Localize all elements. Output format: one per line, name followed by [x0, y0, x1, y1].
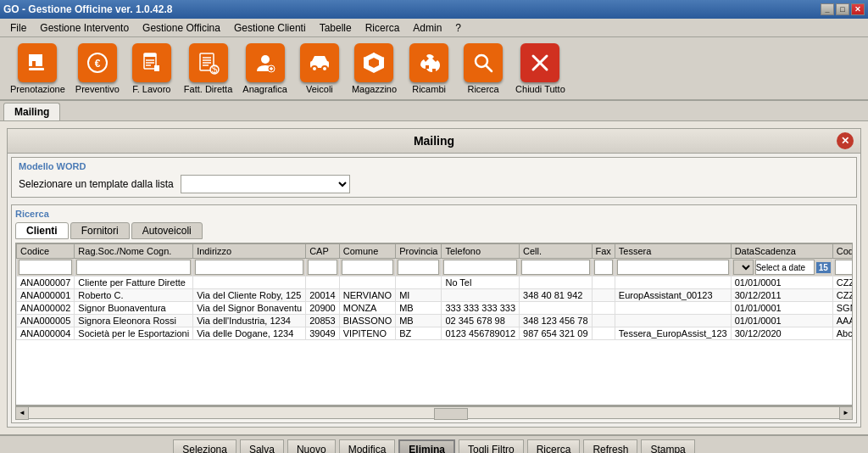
cell-datascadenza: 01/01/0001 [731, 315, 832, 327]
menu-gestione-intervento[interactable]: Gestione Intervento [33, 20, 136, 36]
date-filter-select[interactable] [733, 260, 754, 275]
scroll-left-btn[interactable]: ◄ [15, 406, 29, 420]
table-row[interactable]: ANA000001 Roberto C. Via del Cliente Rob… [17, 289, 854, 302]
scroll-track[interactable] [29, 406, 839, 419]
col-tessera: Tessera [615, 244, 731, 259]
cell-cap [306, 277, 340, 289]
cell-cell [520, 302, 592, 315]
filter-cap-input[interactable] [308, 260, 337, 275]
modello-select-label: Selezionare un template dalla lista [19, 178, 174, 190]
nuovo-button[interactable]: Nuovo [287, 439, 336, 453]
toolbar-ricerca[interactable]: Ricerca [458, 42, 509, 96]
mailing-close-btn[interactable]: ✕ [837, 132, 854, 149]
toolbar-prenotazione[interactable]: Prenotazione [7, 42, 69, 96]
svg-point-19 [261, 55, 270, 64]
content-area: Mailing ✕ Modello WORD Selezionare un te… [0, 121, 868, 434]
scroll-right-btn[interactable]: ► [839, 406, 853, 420]
menu-gestione-officina[interactable]: Gestione Officina [136, 20, 227, 36]
cell-ragsoc: Società per le Esportazioni [75, 327, 193, 340]
menu-file[interactable]: File [3, 20, 33, 36]
ricerca-button[interactable]: Ricerca [527, 439, 581, 453]
cell-ragsoc: Signor Buonaventura [75, 302, 193, 315]
menu-gestione-clienti[interactable]: Gestione Clienti [227, 20, 313, 36]
elimina-button[interactable]: Elimina [398, 439, 455, 453]
toolbar-anagrafica[interactable]: Anagrafica [239, 42, 291, 96]
cell-fax [592, 289, 615, 302]
cell-codice-extra: AAABB [832, 315, 853, 327]
toolbar-magazzino[interactable]: Magazzino [348, 42, 400, 96]
table-row[interactable]: ANA000005 Signora Eleonora Rossi Via del… [17, 315, 854, 327]
horizontal-scrollbar[interactable]: ◄ ► [15, 405, 853, 419]
togli-filtro-button[interactable]: Togli Filtro [459, 439, 524, 453]
cell-telefono [442, 289, 520, 302]
template-select[interactable] [181, 175, 350, 193]
toolbar-fatt-diretta[interactable]: $ Fatt. Diretta [181, 42, 236, 96]
title-bar-controls: _ □ ✕ [821, 3, 865, 15]
svg-line-33 [486, 65, 492, 71]
cell-indirizzo: Via delle Dogane, 1234 [193, 327, 306, 340]
filter-codice-input[interactable] [19, 260, 72, 275]
cell-cell: 348 123 456 78 [520, 315, 592, 327]
table-row[interactable]: ANA000004 Società per le Esportazioni Vi… [17, 327, 854, 340]
mailing-title: Mailing [31, 134, 837, 148]
menu-admin[interactable]: Admin [406, 20, 448, 36]
magazzino-label: Magazzino [352, 84, 397, 94]
maximize-btn[interactable]: □ [836, 3, 849, 15]
svg-marker-24 [312, 56, 327, 61]
filter-indirizzo [193, 259, 306, 277]
cell-ragsoc: Roberto C. [75, 289, 193, 302]
sub-tab-autoveicoli[interactable]: Autoveicoli [131, 222, 203, 239]
filter-comune [339, 259, 395, 277]
table-container[interactable]: Codice Rag.Soc./Nome Cogn. Indirizzo CAP… [15, 243, 853, 405]
menu-bar: File Gestione Intervento Gestione Offici… [0, 19, 868, 37]
date-filter-input[interactable] [755, 260, 815, 275]
cell-provincia: MB [396, 315, 442, 327]
stampa-button[interactable]: Stampa [641, 439, 694, 453]
sub-tab-fornitori[interactable]: Fornitori [70, 222, 130, 239]
modifica-button[interactable]: Modifica [339, 439, 396, 453]
seleziona-button[interactable]: Seleziona [173, 439, 236, 453]
refresh-button[interactable]: Refresh [583, 439, 637, 453]
menu-tabelle[interactable]: Tabelle [313, 20, 359, 36]
svg-rect-0 [29, 68, 44, 70]
filter-codice-extra-input[interactable] [835, 260, 853, 275]
toolbar-veicoli[interactable]: Veicoli [294, 42, 345, 96]
cell-indirizzo: Via del Signor Bonaventu [193, 302, 306, 315]
menu-ricerca[interactable]: Ricerca [359, 20, 407, 36]
filter-fax-input[interactable] [594, 260, 613, 275]
filter-telefono-input[interactable] [443, 260, 517, 275]
col-telefono: Telefono [442, 244, 520, 259]
cell-telefono: 333 333 333 333 [442, 302, 520, 315]
filter-indirizzo-input[interactable] [195, 260, 303, 275]
cell-cell: 348 40 81 942 [520, 289, 592, 302]
cell-cap: 20900 [306, 302, 340, 315]
title-bar: GO - Gestione Officine ver. 1.0.42.8 _ □… [0, 0, 868, 19]
cell-fax [592, 302, 615, 315]
toolbar-f-lavoro[interactable]: F. Lavoro [126, 42, 177, 96]
table-row[interactable]: ANA000002 Signor Buonaventura Via del Si… [17, 302, 854, 315]
svg-rect-2 [31, 56, 34, 59]
close-btn[interactable]: ✕ [851, 3, 865, 15]
cell-codice-extra: CZZRR [832, 277, 853, 289]
fatt-diretta-label: Fatt. Diretta [184, 84, 232, 94]
toolbar-chiudi-tutto[interactable]: Chiudi Tutto [512, 42, 569, 96]
table-row[interactable]: ANA000007 Cliente per Fatture Dirette No… [17, 277, 854, 289]
scroll-thumb[interactable] [434, 408, 468, 420]
toolbar-ricambi[interactable]: Ricambi [403, 42, 454, 96]
menu-help[interactable]: ? [448, 20, 468, 36]
filter-ragsoc-input[interactable] [76, 260, 191, 275]
minimize-btn[interactable]: _ [821, 3, 834, 15]
anagrafica-icon [246, 43, 285, 82]
veicoli-icon [300, 43, 339, 82]
sub-tab-clienti[interactable]: Clienti [15, 222, 69, 239]
filter-comune-input[interactable] [342, 260, 393, 275]
salva-button[interactable]: Salva [240, 439, 284, 453]
col-datascadenza: DataScadenza [731, 244, 832, 259]
cell-indirizzo [193, 277, 306, 289]
filter-tessera-input[interactable] [617, 260, 729, 275]
prenotazione-label: Prenotazione [10, 84, 65, 94]
tab-mailing[interactable]: Mailing [3, 103, 60, 120]
filter-cell-input[interactable] [521, 260, 589, 275]
filter-provincia-input[interactable] [398, 260, 439, 275]
toolbar-preventivo[interactable]: € Preventivo [72, 42, 123, 96]
